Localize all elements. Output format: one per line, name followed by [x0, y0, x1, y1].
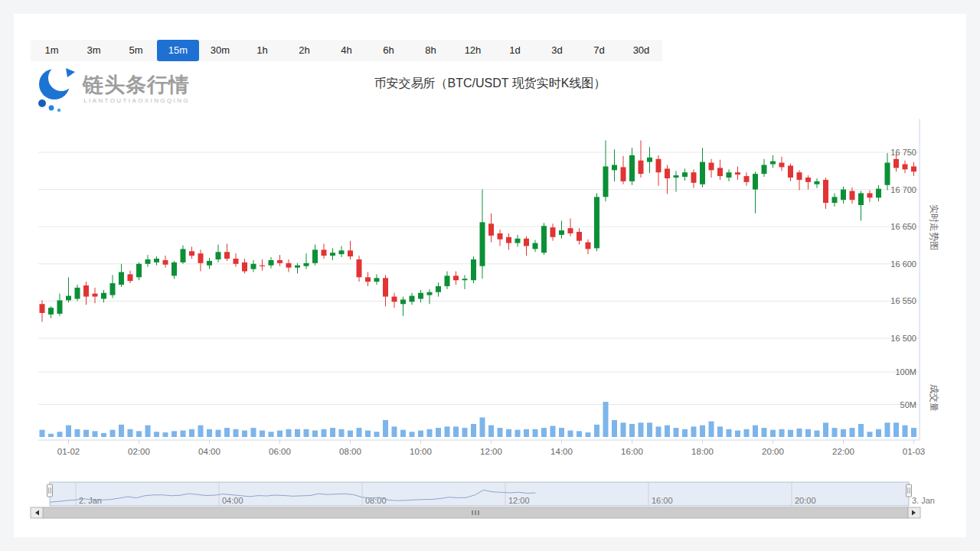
range-button-4h[interactable]: 4h — [325, 40, 368, 61]
volume-bar[interactable] — [533, 429, 538, 437]
volume-bar[interactable] — [304, 429, 309, 437]
volume-bar[interactable] — [128, 429, 133, 437]
range-button-1d[interactable]: 1d — [494, 40, 536, 61]
volume-bar[interactable] — [101, 433, 106, 437]
volume-bar[interactable] — [603, 402, 609, 437]
volume-bar[interactable] — [145, 425, 151, 437]
volume-bar[interactable] — [506, 429, 511, 437]
range-button-2h[interactable]: 2h — [283, 40, 325, 61]
range-button-6h[interactable]: 6h — [368, 40, 410, 61]
volume-bar[interactable] — [515, 430, 521, 437]
scrollbar-right-button[interactable] — [908, 507, 920, 518]
range-button-5m[interactable]: 5m — [115, 40, 157, 61]
volume-bar[interactable] — [119, 425, 124, 437]
volume-bar[interactable] — [727, 429, 732, 437]
volume-bar[interactable] — [93, 431, 98, 437]
volume-bar[interactable] — [735, 431, 740, 438]
volume-bar[interactable] — [189, 429, 194, 437]
volume-bar[interactable] — [40, 430, 45, 437]
volume-bar[interactable] — [410, 432, 415, 437]
volume-bar[interactable] — [524, 429, 529, 437]
volume-bar[interactable] — [181, 431, 186, 438]
volume-bar[interactable] — [841, 429, 846, 437]
volume-bar[interactable] — [330, 428, 335, 437]
volume-bar[interactable] — [911, 428, 916, 437]
candle[interactable] — [471, 256, 476, 283]
candle[interactable] — [541, 223, 547, 255]
volume-bar[interactable] — [762, 428, 767, 437]
range-button-12h[interactable]: 12h — [452, 40, 494, 61]
range-button-3m[interactable]: 3m — [73, 40, 115, 61]
volume-bar[interactable] — [312, 431, 318, 438]
volume-bar[interactable] — [154, 432, 159, 437]
volume-bar[interactable] — [779, 429, 785, 437]
volume-bar[interactable] — [453, 426, 459, 437]
volume-bar[interactable] — [286, 429, 292, 437]
volume-bar[interactable] — [242, 431, 247, 438]
volume-bar[interactable] — [691, 426, 697, 437]
volume-bar[interactable] — [770, 430, 776, 437]
volume-bar[interactable] — [216, 430, 221, 437]
volume-bar[interactable] — [348, 431, 353, 438]
volume-bar[interactable] — [867, 432, 873, 437]
volume-bar[interactable] — [823, 422, 828, 437]
volume-bar[interactable] — [709, 422, 714, 437]
volume-bar[interactable] — [471, 424, 476, 437]
volume-bar[interactable] — [339, 429, 345, 437]
volume-bar[interactable] — [418, 431, 423, 438]
range-button-7d[interactable]: 7d — [578, 40, 620, 61]
volume-bar[interactable] — [700, 425, 705, 437]
volume-bar[interactable] — [788, 430, 793, 437]
volume-bar[interactable] — [295, 429, 300, 437]
navigator-handle-right[interactable] — [906, 484, 912, 497]
volume-bar[interactable] — [753, 425, 758, 437]
range-button-30m[interactable]: 30m — [199, 40, 241, 61]
volume-bar[interactable] — [234, 429, 239, 437]
volume-bar[interactable] — [577, 431, 582, 437]
volume-bar[interactable] — [568, 431, 573, 438]
volume-bar[interactable] — [656, 426, 662, 437]
volume-bar[interactable] — [682, 429, 688, 437]
volume-bar[interactable] — [198, 425, 204, 437]
volume-bar[interactable] — [427, 429, 433, 437]
navigator-handle-left[interactable] — [47, 484, 53, 497]
volume-bar[interactable] — [797, 429, 802, 437]
range-button-1h[interactable]: 1h — [241, 40, 283, 61]
volume-bar[interactable] — [805, 429, 811, 437]
volume-bar[interactable] — [436, 428, 441, 437]
range-button-8h[interactable]: 8h — [410, 40, 452, 61]
volume-bar[interactable] — [357, 428, 362, 437]
volume-bar[interactable] — [876, 429, 881, 437]
volume-bar[interactable] — [647, 422, 652, 437]
volume-bar[interactable] — [163, 432, 168, 437]
volume-bar[interactable] — [858, 424, 864, 437]
candle[interactable] — [594, 193, 599, 251]
volume-bar[interactable] — [594, 425, 599, 437]
volume-bar[interactable] — [269, 432, 274, 437]
volume-bar[interactable] — [480, 418, 485, 438]
volume-bar[interactable] — [674, 428, 679, 437]
volume-bar[interactable] — [374, 432, 380, 437]
range-button-1m[interactable]: 1m — [31, 40, 73, 61]
volume-bar[interactable] — [850, 428, 855, 437]
volume-bar[interactable] — [832, 428, 838, 437]
navigator-mask[interactable] — [50, 482, 909, 506]
volume-bar[interactable] — [612, 420, 617, 437]
volume-bar[interactable] — [885, 422, 890, 437]
volume-bar[interactable] — [383, 420, 388, 437]
volume-bar[interactable] — [365, 431, 371, 438]
volume-bar[interactable] — [392, 426, 397, 437]
volume-bar[interactable] — [322, 429, 327, 437]
volume-bar[interactable] — [744, 429, 750, 437]
volume-bar[interactable] — [224, 428, 230, 437]
volume-bar[interactable] — [621, 422, 626, 437]
range-button-3d[interactable]: 3d — [536, 40, 578, 61]
volume-bar[interactable] — [586, 432, 591, 437]
volume-bar[interactable] — [445, 426, 450, 437]
plot-area[interactable] — [38, 119, 920, 440]
scrollbar-left-button[interactable] — [31, 507, 43, 518]
volume-bar[interactable] — [550, 426, 556, 437]
volume-bar[interactable] — [48, 434, 54, 437]
volume-bar[interactable] — [277, 431, 283, 438]
range-button-30d[interactable]: 30d — [620, 40, 662, 61]
